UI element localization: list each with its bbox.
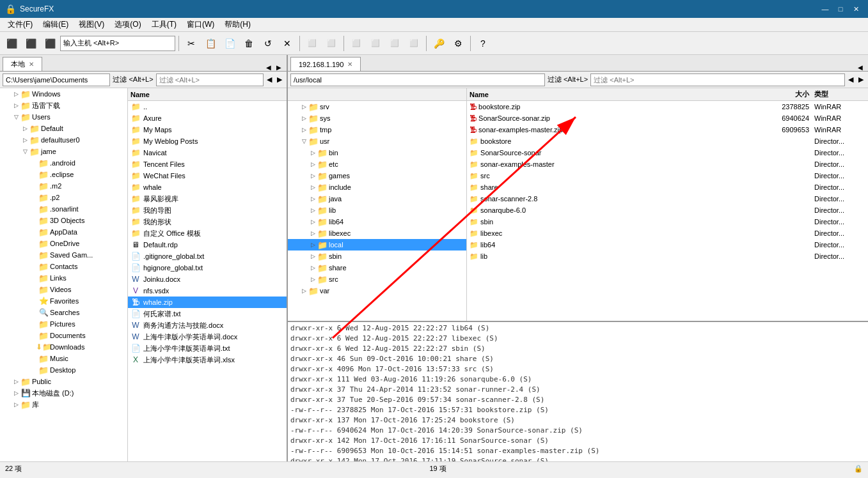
left-next-btn[interactable]: ▶	[275, 75, 284, 84]
copy-button[interactable]: 📋	[201, 35, 219, 52]
tree-item[interactable]: 📁 .android	[0, 157, 127, 169]
file-item[interactable]: 📁 whale	[128, 181, 287, 193]
file-item[interactable]: W 上海牛津版小学英语单词.docx	[128, 331, 287, 343]
tree-toggle[interactable]: ▷	[20, 135, 29, 144]
remote-row[interactable]: 📁 sonarqube-6.0 Director...	[467, 204, 868, 216]
tree-toggle[interactable]	[29, 331, 38, 340]
tree-item[interactable]: ▷ 📁 srv	[288, 101, 466, 112]
tree-item[interactable]: ▷ 📁 share	[288, 262, 466, 274]
file-item[interactable]: 📁 My Weblog Posts	[128, 135, 287, 147]
tree-item[interactable]: ▽ 📁 Users	[0, 111, 127, 123]
tree-item[interactable]: ▷ 📁 lib	[288, 204, 466, 216]
tree-item[interactable]: ▷ 📁 Windows	[0, 88, 127, 100]
tree-item[interactable]: 📁 Contacts	[0, 261, 127, 272]
menu-options[interactable]: 选项(O)	[109, 18, 146, 31]
remote-row[interactable]: 📁 sonar-scanner-2.8 Director...	[467, 193, 868, 204]
tree-item[interactable]: ⬇📁 Downloads	[0, 341, 127, 353]
tree-item[interactable]: ▷ 📁 tmp	[288, 124, 466, 135]
tree-item[interactable]: ▽ 📁 usr	[288, 135, 466, 147]
tree-item[interactable]: ⭐ Favorites	[0, 295, 127, 307]
tree-toggle[interactable]	[29, 181, 38, 190]
remote-row[interactable]: 📁 sonar-examples-master Director...	[467, 158, 868, 170]
tree-toggle[interactable]: ▷	[12, 400, 20, 409]
stop-button[interactable]: ✕	[278, 35, 296, 52]
tree-item[interactable]: 📁 3D Objects	[0, 215, 127, 226]
tree-toggle[interactable]	[29, 251, 38, 259]
remote-tab-close[interactable]: ✕	[347, 61, 352, 68]
remote-row[interactable]: 📁 lib Director...	[467, 251, 868, 262]
right-nav-prev[interactable]: ◀	[855, 64, 865, 71]
tree-item[interactable]: 🔍 Searches	[0, 307, 127, 318]
tree-item[interactable]: 📁 .m2	[0, 180, 127, 192]
tree-item[interactable]: ▷ 📁 sbin	[288, 251, 466, 262]
tree-toggle[interactable]	[29, 354, 38, 363]
menu-file[interactable]: 文件(F)	[3, 18, 38, 31]
left-prev-btn[interactable]: ◀	[265, 75, 274, 84]
view-btn-2[interactable]: ⬜	[367, 35, 384, 52]
file-item-whale-zip[interactable]: 🗜 whale.zip	[128, 297, 287, 308]
window-controls[interactable]: — □ ✕	[818, 3, 863, 15]
tree-toggle[interactable]	[29, 158, 38, 167]
tree-toggle[interactable]: ▷	[12, 89, 20, 98]
tree-toggle[interactable]	[29, 216, 38, 225]
file-item[interactable]: 📄 .gitignore_global.txt	[128, 251, 287, 262]
tree-item[interactable]: 📁 OneDrive	[0, 238, 127, 249]
tree-item[interactable]: ▷ 📁 Default	[0, 123, 127, 134]
tree-toggle[interactable]	[29, 239, 38, 248]
tree-toggle[interactable]	[29, 285, 38, 294]
tree-toggle[interactable]	[29, 204, 38, 213]
tree-item[interactable]: 📁 .eclipse	[0, 169, 127, 180]
file-item[interactable]: 📁 Axure	[128, 112, 287, 124]
menu-edit[interactable]: 编辑(E)	[38, 18, 74, 31]
key-button[interactable]: 🔑	[430, 35, 448, 52]
tree-toggle[interactable]	[29, 274, 38, 282]
tree-item[interactable]: ▷ 📁 迅雷下载	[0, 100, 127, 111]
tree-item[interactable]: 📁 .p2	[0, 192, 127, 203]
tree-toggle[interactable]	[29, 308, 38, 317]
settings-button[interactable]: ⚙	[449, 35, 467, 52]
tree-toggle[interactable]: ▷	[12, 101, 20, 110]
remote-row[interactable]: 📁 lib64 Director...	[467, 239, 868, 251]
tree-toggle[interactable]: ▷	[12, 389, 20, 397]
help-button[interactable]: ?	[474, 35, 492, 52]
file-item[interactable]: V nfs.vsdx	[128, 285, 287, 297]
tree-item[interactable]: ▷ 📁 src	[288, 274, 466, 285]
tree-item[interactable]: 📁 Music	[0, 353, 127, 364]
file-item[interactable]: 📄 hgignore_global.txt	[128, 262, 287, 274]
tree-toggle[interactable]	[29, 262, 38, 271]
cut-button[interactable]: ✂	[182, 35, 200, 52]
tree-item[interactable]: ▷ 📁 var	[288, 285, 466, 297]
left-nav-prev[interactable]: ◀	[264, 64, 274, 71]
file-item[interactable]: 📄 何氏家谱.txt	[128, 308, 287, 320]
remote-row[interactable]: 🗜 SonarSource-sonar.zip 6940624 WinRAR	[467, 112, 868, 124]
menu-window[interactable]: 窗口(W)	[182, 18, 219, 31]
tree-item[interactable]: ▷ 📁 lib64	[288, 216, 466, 227]
tree-toggle[interactable]: ▷	[12, 377, 20, 386]
tree-item[interactable]: ▽ 📁 jame	[0, 146, 127, 157]
tree-item[interactable]: ▷ 📁 libexec	[288, 227, 466, 239]
remote-tab[interactable]: 192.168.1.190 ✕	[290, 57, 361, 71]
file-item[interactable]: 📁 ..	[128, 101, 287, 112]
tree-toggle[interactable]	[29, 227, 38, 236]
sync-button[interactable]: ⬜	[322, 35, 340, 52]
tree-item[interactable]: 📁 Desktop	[0, 364, 127, 376]
file-item[interactable]: 📁 Tencent Files	[128, 158, 287, 170]
remote-row[interactable]: 🗜 bookstore.zip 2378825 WinRAR	[467, 101, 868, 112]
local-button[interactable]: ⬜	[303, 35, 321, 52]
tree-item[interactable]: 📁 Links	[0, 272, 127, 284]
tree-item[interactable]: ▷ 📁 bin	[288, 147, 466, 158]
minimize-button[interactable]: —	[818, 3, 832, 15]
tree-item[interactable]: 📁 AppData	[0, 226, 127, 238]
file-item[interactable]: 📁 WeChat Files	[128, 170, 287, 181]
tree-item[interactable]: ▷ 📁 include	[288, 181, 466, 193]
tree-toggle[interactable]	[29, 366, 38, 374]
menu-view[interactable]: 视图(V)	[74, 18, 109, 31]
tree-item[interactable]: ▷ 📁 etc	[288, 158, 466, 170]
host-input[interactable]	[60, 36, 175, 51]
file-item[interactable]: 📄 上海小学牛津版英语单词.txt	[128, 343, 287, 354]
remote-next-btn[interactable]: ▶	[856, 75, 865, 84]
tree-item[interactable]: ▷ 📁 sys	[288, 112, 466, 124]
tree-toggle[interactable]: ▽	[20, 147, 29, 156]
remote-path-input[interactable]	[290, 73, 545, 86]
file-item[interactable]: 📁 自定义 Office 模板	[128, 227, 287, 239]
